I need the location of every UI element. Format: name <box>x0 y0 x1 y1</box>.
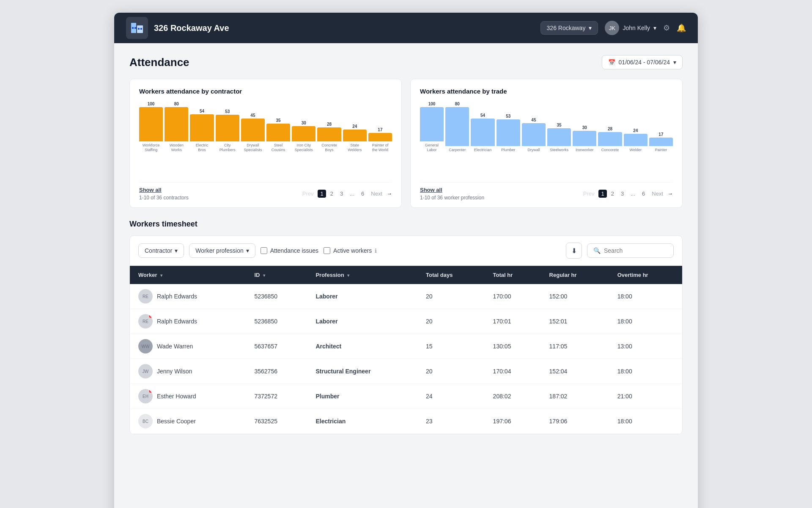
bar-rect[interactable] <box>649 138 673 146</box>
worker-profession: Structural Engineer <box>307 359 417 384</box>
trade-page-2-btn[interactable]: 2 <box>609 190 617 198</box>
table-row[interactable]: RERalph Edwards5236850Laborer20170:00152… <box>130 284 682 309</box>
bar-rect[interactable] <box>241 119 265 141</box>
bar-rect[interactable] <box>317 127 341 142</box>
bar-rect[interactable] <box>624 134 647 146</box>
download-btn[interactable]: ⬇ <box>566 243 582 259</box>
header-left: 326 Rockaway Ave <box>126 17 229 39</box>
bar-rect[interactable] <box>420 107 444 141</box>
bar-value-label: 28 <box>608 127 612 131</box>
bar-rect[interactable] <box>216 115 239 142</box>
worker-cell: WWWade Warren <box>130 334 246 359</box>
bar-rect[interactable] <box>343 130 367 142</box>
regular-hr: 179:06 <box>541 409 609 434</box>
bar-value-label: 35 <box>557 123 562 127</box>
col-worker[interactable]: Worker ▾ <box>130 266 246 284</box>
table-row[interactable]: BCBessie Cooper7632525Electrician23197:0… <box>130 409 682 434</box>
active-workers-filter[interactable]: Active workers ℹ <box>324 247 377 254</box>
contractor-filter-btn[interactable]: Contractor ▾ <box>138 243 184 258</box>
trade-page-6-btn[interactable]: 6 <box>639 190 647 198</box>
bar-rect[interactable] <box>547 128 571 146</box>
worker-cell: RERalph Edwards <box>130 309 246 334</box>
contractor-chart-container: 100Workforce Staffing80Wooden Works54Ele… <box>139 102 392 169</box>
trade-page-1-btn[interactable]: 1 <box>598 190 606 198</box>
bar-value-label: 100 <box>428 102 436 106</box>
user-chevron-icon: ▾ <box>653 25 656 31</box>
col-profession[interactable]: Profession ▾ <box>307 266 417 284</box>
svg-rect-2 <box>132 27 134 29</box>
table-row[interactable]: WWWade Warren5637657Architect15130:05117… <box>130 334 682 359</box>
prev-page-btn[interactable]: Prev <box>300 190 316 198</box>
page-1-btn[interactable]: 1 <box>318 190 326 198</box>
active-workers-checkbox[interactable] <box>324 247 330 254</box>
worker-cell: RERalph Edwards <box>130 284 246 309</box>
bar-group: 54Electric Bros <box>190 102 214 152</box>
total-hr: 170:04 <box>485 359 541 384</box>
worker-avatar: WW <box>138 339 153 353</box>
page-3-btn[interactable]: 3 <box>337 190 346 198</box>
table-row[interactable]: EHEsther Howard7372572Plumber24208:02187… <box>130 384 682 409</box>
bar-group: 24State Welders <box>343 102 367 152</box>
bar-label: Ironworker <box>576 148 594 152</box>
bar-value-label: 80 <box>455 102 460 106</box>
bar-label: Welder <box>630 148 642 152</box>
site-selector[interactable]: 326 Rockaway ▾ <box>540 21 598 35</box>
next-page-btn[interactable]: Next <box>368 190 385 198</box>
attendance-issues-filter[interactable]: Attendance issues <box>261 247 318 254</box>
worker-cell: EHEsther Howard <box>130 384 246 409</box>
bar-rect[interactable] <box>573 131 596 146</box>
bar-value-label: 53 <box>506 114 510 119</box>
bar-rect[interactable] <box>497 119 520 146</box>
search-input[interactable] <box>604 247 667 254</box>
table-row[interactable]: RERalph Edwards5236850Laborer20170:01152… <box>130 309 682 334</box>
contractor-chart-title: Workers attendance by contractor <box>139 88 392 95</box>
bar-rect[interactable] <box>292 126 315 141</box>
worker-profession-filter-btn[interactable]: Worker profession ▾ <box>189 243 255 258</box>
settings-icon[interactable]: ⚙ <box>663 23 670 33</box>
bar-rect[interactable] <box>522 123 546 146</box>
attendance-issues-checkbox[interactable] <box>261 247 267 254</box>
total-days: 23 <box>417 409 485 434</box>
regular-hr: 152:04 <box>541 359 609 384</box>
site-selector-label: 326 Rockaway <box>547 25 586 31</box>
table-row[interactable]: JWJenny Wilson3562756Structural Engineer… <box>130 359 682 384</box>
page-title: Attendance <box>129 56 189 69</box>
overtime-hr: 18:00 <box>609 309 682 334</box>
trade-page-3-btn[interactable]: 3 <box>618 190 626 198</box>
bar-group: 28Concorete <box>598 102 622 152</box>
col-id[interactable]: ID ▾ <box>246 266 307 284</box>
worker-profession: Laborer <box>307 284 417 309</box>
alert-dot <box>148 314 153 318</box>
workers-table: Worker ▾ ID ▾ Profession ▾ Total days To… <box>130 266 682 434</box>
page-2-btn[interactable]: 2 <box>328 190 336 198</box>
regular-hr: 152:00 <box>541 284 609 309</box>
user-menu[interactable]: JK John Kelly ▾ <box>605 21 656 35</box>
trade-next-page-btn[interactable]: Next <box>649 190 666 198</box>
bar-value-label: 30 <box>302 121 306 125</box>
bar-group: 17Painter of the World <box>368 102 392 152</box>
bar-rect[interactable] <box>598 132 622 146</box>
bell-icon[interactable]: 🔔 <box>677 23 686 33</box>
bar-group: 80Carpenter <box>445 102 469 152</box>
svg-rect-4 <box>138 28 140 30</box>
bar-group: 30Ironworker <box>573 102 596 152</box>
bar-rect[interactable] <box>165 107 188 141</box>
contractor-show-all[interactable]: Show all <box>139 187 189 193</box>
trade-show-all[interactable]: Show all <box>420 187 484 193</box>
bar-rect[interactable] <box>266 124 290 141</box>
bar-group: 53City Plumbers <box>216 102 239 152</box>
bar-rect[interactable] <box>190 114 214 142</box>
date-chevron-icon: ▾ <box>673 59 676 66</box>
bar-group: 30Iron City Specialists <box>292 102 315 152</box>
trade-prev-page-btn[interactable]: Prev <box>581 190 597 198</box>
page-6-btn[interactable]: 6 <box>359 190 367 198</box>
bar-value-label: 35 <box>276 118 281 123</box>
bar-rect[interactable] <box>139 107 163 141</box>
bar-rect[interactable] <box>445 107 469 146</box>
header-title: 326 Rockaway Ave <box>154 23 229 33</box>
search-box[interactable]: 🔍 <box>587 243 674 258</box>
bar-rect[interactable] <box>368 133 392 141</box>
date-range-filter[interactable]: 📅 01/06/24 - 07/06/24 ▾ <box>602 55 683 69</box>
worker-info: JWJenny Wilson <box>138 364 237 378</box>
bar-rect[interactable] <box>471 119 494 146</box>
